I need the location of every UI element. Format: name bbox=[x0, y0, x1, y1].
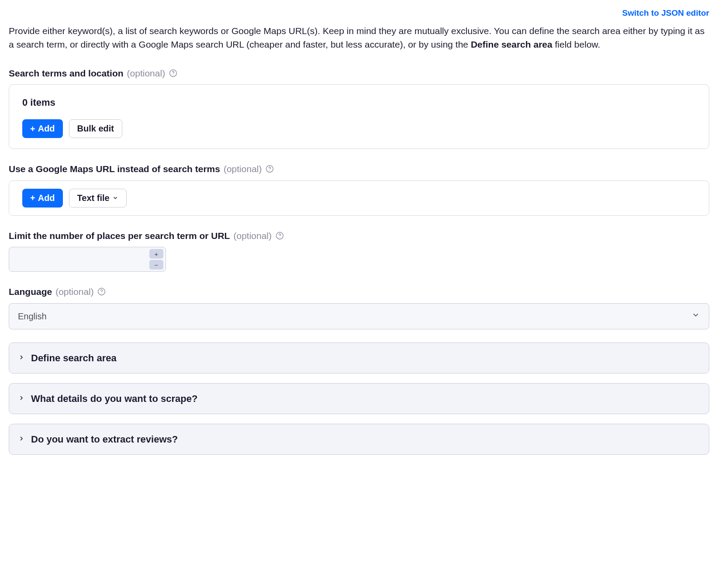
quantity-stepper: + − bbox=[149, 247, 166, 271]
accordion-extract-reviews[interactable]: Do you want to extract reviews? bbox=[9, 424, 709, 455]
plus-icon: + bbox=[155, 251, 159, 257]
accordion-title: Define search area bbox=[31, 351, 117, 365]
svg-point-7 bbox=[101, 293, 102, 294]
stepper-down-button[interactable]: − bbox=[149, 260, 163, 270]
bulk-edit-label: Bulk edit bbox=[77, 124, 114, 134]
minus-icon: − bbox=[155, 262, 159, 268]
stepper-up-button[interactable]: + bbox=[149, 249, 163, 259]
accordion-define-search-area[interactable]: Define search area bbox=[9, 342, 709, 374]
help-icon[interactable] bbox=[275, 231, 284, 240]
url-panel: + Add Text file bbox=[9, 180, 709, 216]
add-button-label: Add bbox=[38, 193, 55, 203]
language-select[interactable]: English bbox=[9, 303, 709, 329]
plus-icon: + bbox=[30, 194, 35, 202]
help-icon[interactable] bbox=[169, 69, 177, 77]
limit-input[interactable] bbox=[9, 247, 149, 271]
items-count: 0 items bbox=[22, 95, 696, 110]
switch-to-json-editor-link[interactable]: Switch to JSON editor bbox=[622, 7, 709, 20]
accordion-title: Do you want to extract reviews? bbox=[31, 432, 178, 446]
help-icon[interactable] bbox=[266, 165, 274, 173]
svg-point-3 bbox=[269, 170, 270, 171]
text-file-label: Text file bbox=[77, 193, 110, 203]
bulk-edit-button[interactable]: Bulk edit bbox=[69, 119, 122, 138]
add-url-button[interactable]: + Add bbox=[22, 189, 63, 208]
limit-input-wrap: + − bbox=[9, 247, 166, 272]
description-bold: Define search area bbox=[471, 39, 552, 49]
chevron-right-icon bbox=[18, 432, 25, 446]
language-label: Language bbox=[9, 285, 52, 299]
plus-icon: + bbox=[30, 125, 35, 133]
svg-point-1 bbox=[173, 75, 173, 75]
limit-label: Limit the number of places per search te… bbox=[9, 229, 230, 243]
accordion-title: What details do you want to scrape? bbox=[31, 391, 197, 406]
chevron-right-icon bbox=[18, 351, 25, 364]
description-suffix: field below. bbox=[552, 39, 601, 49]
add-search-term-button[interactable]: + Add bbox=[22, 119, 63, 138]
add-button-label: Add bbox=[38, 124, 55, 134]
optional-label: (optional) bbox=[233, 229, 272, 243]
chevron-right-icon bbox=[18, 392, 25, 405]
url-section-label: Use a Google Maps URL instead of search … bbox=[9, 162, 220, 176]
optional-label: (optional) bbox=[127, 66, 166, 80]
optional-label: (optional) bbox=[55, 285, 94, 299]
chevron-down-icon bbox=[112, 193, 118, 203]
help-icon[interactable] bbox=[97, 287, 106, 296]
description-text: Provide either keyword(s), a list of sea… bbox=[9, 24, 709, 52]
search-terms-panel: 0 items + Add Bulk edit bbox=[9, 84, 709, 149]
language-value: English bbox=[18, 310, 47, 323]
svg-point-5 bbox=[279, 237, 280, 238]
accordion-scrape-details[interactable]: What details do you want to scrape? bbox=[9, 383, 709, 414]
search-terms-label: Search terms and location bbox=[9, 66, 124, 80]
text-file-button[interactable]: Text file bbox=[69, 189, 127, 208]
chevron-down-icon bbox=[691, 310, 700, 323]
optional-label: (optional) bbox=[224, 162, 262, 176]
